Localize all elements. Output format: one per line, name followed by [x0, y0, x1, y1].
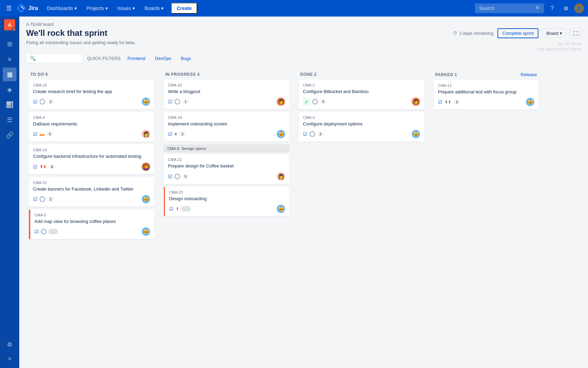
card-cma-3[interactable]: CMA-3 Configure deployment options ☑ 2 🐱 [299, 112, 424, 142]
checkbox-icon[interactable]: ☑ [438, 99, 442, 105]
column-inprogress-header: IN PROGRESS 4 [161, 69, 292, 80]
release-link[interactable]: Release [521, 72, 537, 77]
card-cma-33[interactable]: CMA-33 Write a blogpost ☑ 1 👩 [164, 80, 289, 109]
card-title: Datbase requirements [33, 121, 150, 127]
card-title: Create research brief for testing the ap… [33, 89, 150, 95]
card-id: CMA-15 [33, 83, 150, 87]
toggle-switch[interactable] [49, 229, 58, 234]
card-title: Configure Bitbucket and Bamboo [303, 89, 420, 95]
search-input[interactable] [475, 3, 544, 13]
user-avatar[interactable]: 👤 [574, 3, 584, 13]
sidebar-reports[interactable]: 📊 [3, 98, 17, 112]
done-icon: ✓ [303, 98, 310, 105]
card-avatar: 🐱 [142, 227, 150, 236]
card-avatar: 👩 [142, 130, 150, 138]
board-subtitle: Fixing all outstanding issues and gettin… [26, 40, 136, 45]
card-footer: ☑ 1 👩 [168, 98, 285, 106]
card-avatar: 👩 [277, 98, 285, 106]
checkbox-icon[interactable]: ☑ [33, 131, 38, 137]
checkbox-icon[interactable]: ☑ [169, 206, 174, 212]
card-cma-11[interactable]: CMA-11 Prepare additional test with focu… [434, 80, 538, 110]
filter-search-input[interactable] [38, 56, 79, 61]
sidebar-backlog[interactable]: ≡ [3, 52, 17, 66]
filter-devops[interactable]: DevOps [152, 54, 174, 62]
story-points: 2 [453, 100, 460, 104]
filter-bugs[interactable]: Bugs [178, 54, 194, 62]
card-id: CMA-33 [168, 83, 285, 87]
sidebar-pages[interactable]: ☰ [3, 113, 17, 127]
card-footer: ☑ 2 🐱 [33, 98, 150, 106]
sidebar-settings[interactable]: ⚙ [3, 338, 17, 351]
filter-frontend[interactable]: Frontend [125, 54, 148, 62]
settings-button[interactable]: ⚙ [560, 3, 571, 14]
board-title: We'll rock that sprint [26, 28, 136, 38]
card-cma-14[interactable]: CMA-14 Configure backend infrastructure … [29, 144, 154, 174]
jira-logo[interactable]: Jira [17, 3, 38, 13]
card-id: CMA-2 [303, 83, 420, 87]
checkbox-icon[interactable]: ☑ [168, 174, 172, 179]
card-footer: ☑ ⬆⬆ 8 👩‍🦰 [33, 163, 150, 171]
card-cma-4[interactable]: CMA-4 Datbase requirements ☑ ▬ 5 👩 [29, 112, 154, 142]
checkbox-icon[interactable]: ☑ [33, 164, 38, 170]
complete-sprint-button[interactable]: Complete sprint [497, 28, 538, 38]
card-title: Implement onboarding screen [168, 121, 285, 127]
card-avatar: 🐱 [142, 98, 150, 106]
card-title: Design onboarding [169, 196, 285, 202]
checkbox-icon[interactable]: ☑ [34, 229, 39, 234]
column-parked-header: PARKED 1 Release [431, 69, 541, 80]
column-done-header: DONE 2 [296, 69, 427, 80]
column-parked: PARKED 1 Release CMA-11 Prepare addition… [431, 69, 541, 112]
card-id: CMA-14 [33, 148, 150, 152]
card-cma-31[interactable]: CMA-31 Create banners for Facebook, Link… [29, 177, 154, 207]
timer-icon: ⏱ [453, 31, 457, 36]
project-icon[interactable]: A [4, 19, 15, 30]
menu-icon[interactable]: ☰ [4, 2, 14, 14]
card-cma-22[interactable]: CMA-22 Prepare design for Coffee basket … [164, 154, 289, 184]
card-footer: ☑ 5 👩 [168, 172, 285, 181]
help-button[interactable]: ? [547, 3, 558, 14]
sidebar-roadmap[interactable]: ⊞ [3, 37, 17, 51]
sidebar-releases[interactable]: ◈ [3, 83, 17, 96]
board-header: A-TEAM board We'll rock that sprint Fixi… [26, 22, 581, 49]
status-dot [175, 174, 180, 179]
nav-dashboards[interactable]: Dashboards ▾ [43, 3, 80, 13]
sprint-timer: ⏱ 2 days remaining [453, 31, 493, 36]
board-view-button[interactable]: Board ▾ [543, 29, 566, 38]
create-button[interactable]: Create [171, 3, 197, 14]
watermark: ALL PC World Free Apps and Lien Hacks [537, 41, 581, 52]
priority-icon: ⬆⬆ [40, 164, 46, 169]
checkbox-icon[interactable]: ☑ [303, 131, 307, 137]
card-footer: ☑ 🐱 [34, 227, 150, 236]
card-cma-18[interactable]: CMA-18 Implement onboarding screen ☑ ▾ 2… [164, 112, 289, 142]
checkbox-icon[interactable]: ☑ [33, 196, 38, 202]
epic-header-cma8: CMA-8 Design specs [164, 144, 289, 153]
card-cma-15[interactable]: CMA-15 Create research brief for testing… [29, 80, 154, 109]
card-cma-5[interactable]: CMA-5 Add map view for browsing coffee p… [29, 209, 154, 239]
nav-projects[interactable]: Projects ▾ [83, 3, 111, 13]
story-points: 1 [182, 99, 189, 104]
card-avatar: 🐱 [277, 130, 285, 138]
checkbox-icon[interactable]: ☑ [168, 131, 172, 137]
card-cma-2[interactable]: CMA-2 Configure Bitbucket and Bamboo ✓ 5… [299, 80, 424, 109]
story-points: 5 [182, 174, 189, 179]
checkbox-icon[interactable]: ☑ [168, 99, 172, 104]
card-id: CMA-23 [169, 190, 285, 194]
card-id: CMA-5 [34, 213, 150, 217]
card-title: Add map view for browsing coffee places [34, 218, 150, 225]
column-done-title: DONE 2 [300, 72, 317, 77]
nav-boards[interactable]: Boards ▾ [141, 3, 167, 13]
left-sidebar: A ⊞ ≡ ▦ ◈ 📊 ☰ 🔗 ⚙ » [0, 17, 19, 368]
card-avatar: 🐱 [412, 130, 420, 138]
nav-issues[interactable]: Issues ▾ [114, 3, 138, 13]
status-dot [40, 196, 45, 202]
toggle-switch[interactable] [181, 206, 191, 212]
column-todo: TO DO 5 CMA-15 Create research brief for… [26, 69, 157, 242]
sidebar-board[interactable]: ▦ [3, 68, 17, 81]
checkbox-icon[interactable]: ☑ [33, 99, 38, 104]
sidebar-collapse[interactable]: » [3, 351, 17, 365]
card-cma-23[interactable]: CMA-23 Design onboarding ☑ ⬆ 🐱 [164, 187, 289, 216]
card-footer: ✓ 5 👩 [303, 98, 420, 106]
story-points: 2 [179, 132, 186, 136]
expand-button[interactable]: ⛶ [570, 29, 581, 38]
sidebar-components[interactable]: 🔗 [3, 128, 17, 142]
